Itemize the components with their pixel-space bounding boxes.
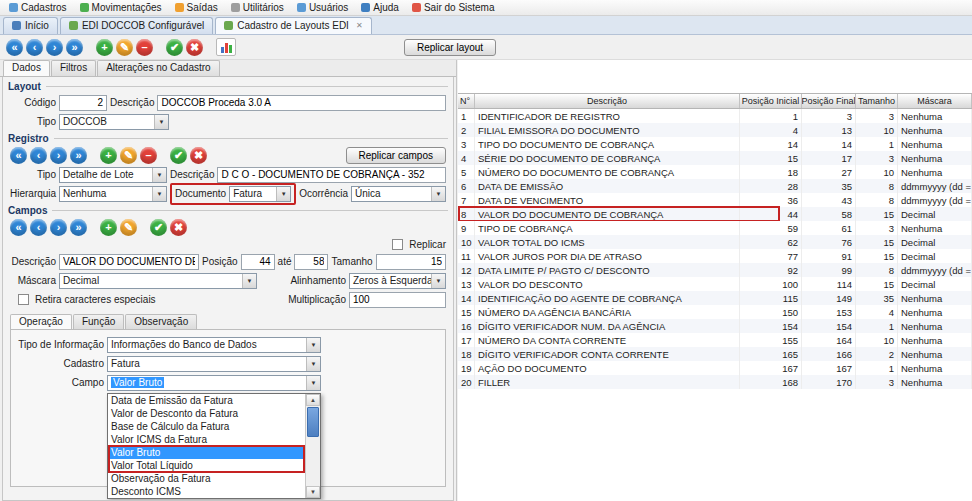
dropdown-option-data-de-emissao-da-fatura[interactable]: Data de Emissão da Fatura <box>108 394 305 407</box>
column-header-mascara[interactable]: Máscara <box>898 94 972 108</box>
registro-tipo-combo[interactable]: Detalhe de Lote ▼ <box>59 167 167 183</box>
scroll-up-icon[interactable]: ▲ <box>306 394 320 406</box>
last-button[interactable]: » <box>66 39 83 56</box>
delete-button[interactable]: – <box>136 39 153 56</box>
dropdown-option-valor-total-liquido[interactable]: Valor Total Líquido <box>108 459 305 472</box>
replicar-campos-button[interactable]: Replicar campos <box>346 147 446 164</box>
dropdown-scrollbar[interactable]: ▲ ▼ <box>305 394 320 498</box>
campo-combo[interactable]: Valor Bruto ▼ <box>107 375 321 391</box>
tab-inicio[interactable]: Início <box>3 17 58 34</box>
add-button[interactable]: + <box>100 147 117 164</box>
cancel-button[interactable]: ✖ <box>170 219 187 236</box>
operacao-tab-funcao[interactable]: Função <box>73 314 124 329</box>
first-button[interactable]: « <box>6 39 23 56</box>
table-row[interactable]: 19AÇÃO DO DOCUMENTO1671671Nenhuma <box>458 361 972 375</box>
table-row[interactable]: 18DÍGITO VERIFICADOR CONTA CORRENTE16516… <box>458 347 972 361</box>
close-icon[interactable]: ✕ <box>356 22 363 30</box>
scroll-thumb[interactable] <box>307 407 319 437</box>
dropdown-option-base-de-calculo-da-fatura[interactable]: Base de Cálculo da Fatura <box>108 420 305 433</box>
column-header-posicao-final[interactable]: Posição Final <box>802 94 856 108</box>
table-row[interactable]: 7DATA DE VENCIMENTO36438ddmmyyyy (dd = <box>458 193 972 207</box>
table-row[interactable]: 10VALOR TOTAL DO ICMS627615Decimal <box>458 235 972 249</box>
table-row[interactable]: 8VALOR DO DOCUMENTO DE COBRANÇA445815Dec… <box>458 207 972 221</box>
table-row[interactable]: 5NÚMERO DO DOCUMENTO DE COBRANÇA182710Ne… <box>458 165 972 179</box>
menu-item-sair-do-sistema[interactable]: Sair do Sistema <box>406 1 501 14</box>
mascara-combo[interactable]: Decimal ▼ <box>59 273 257 289</box>
tab-edi-doccob-configuravel[interactable]: EDI DOCCOB Configurável <box>60 17 213 34</box>
table-row[interactable]: 4SÉRIE DO DOCUMENTO DE COBRANÇA15173Nenh… <box>458 151 972 165</box>
menu-item-movimentacoes[interactable]: Movimentações <box>74 1 168 14</box>
first-button[interactable]: « <box>10 219 27 236</box>
section-tab-dados[interactable]: Dados <box>3 60 50 76</box>
add-button[interactable]: + <box>96 39 113 56</box>
previous-button[interactable]: ‹ <box>30 147 47 164</box>
posicao-final-input[interactable] <box>294 254 328 270</box>
menu-item-cadastros[interactable]: Cadastros <box>3 1 73 14</box>
table-row[interactable]: 1IDENTIFICADOR DE REGISTRO133Nenhuma <box>458 109 972 123</box>
last-button[interactable]: » <box>70 219 87 236</box>
replicar-checkbox[interactable] <box>392 239 403 250</box>
table-row[interactable]: 17NÚMERO DA CONTA CORRENTE15516410Nenhum… <box>458 333 972 347</box>
column-header-tamanho[interactable]: Tamanho <box>856 94 898 108</box>
table-row[interactable]: 14IDENTIFICAÇÃO DO AGENTE DE COBRANÇA115… <box>458 291 972 305</box>
layout-tipo-combo[interactable]: DOCCOB ▼ <box>59 114 169 130</box>
menu-item-saidas[interactable]: Saídas <box>169 1 224 14</box>
edit-button[interactable]: ✎ <box>120 219 137 236</box>
table-row[interactable]: 11VALOR JUROS POR DIA DE ATRASO779115Dec… <box>458 249 972 263</box>
retira-caracteres-checkbox[interactable] <box>18 294 29 305</box>
dropdown-option-desconto-icms[interactable]: Desconto ICMS <box>108 485 305 498</box>
tab-cadastro-de-layouts-edi[interactable]: Cadastro de Layouts EDI✕ <box>215 17 371 34</box>
last-button[interactable]: » <box>70 147 87 164</box>
scroll-down-icon[interactable]: ▼ <box>306 486 320 498</box>
delete-button[interactable]: – <box>140 147 157 164</box>
cancel-button[interactable]: ✖ <box>186 39 203 56</box>
cancel-button[interactable]: ✖ <box>190 147 207 164</box>
campo-descricao-input[interactable] <box>59 254 199 270</box>
chart-button[interactable] <box>216 38 236 56</box>
operacao-tab-observacao[interactable]: Observação <box>125 314 197 329</box>
tamanho-input[interactable] <box>376 254 446 270</box>
documento-combo[interactable]: Fatura ▼ <box>229 186 291 202</box>
codigo-input[interactable] <box>59 95 107 111</box>
column-header-n[interactable]: N° <box>458 94 475 108</box>
dropdown-option-valor-bruto[interactable]: Valor Bruto <box>108 446 305 459</box>
edit-button[interactable]: ✎ <box>120 147 137 164</box>
previous-button[interactable]: ‹ <box>30 219 47 236</box>
next-button[interactable]: › <box>46 39 63 56</box>
multiplicacao-input[interactable] <box>349 292 446 308</box>
table-row[interactable]: 15NÚMERO DA AGÊNCIA BANCÁRIA1501534Nenhu… <box>458 305 972 319</box>
layout-descricao-input[interactable] <box>157 95 446 111</box>
edit-button[interactable]: ✎ <box>116 39 133 56</box>
confirm-button[interactable]: ✔ <box>150 219 167 236</box>
next-button[interactable]: › <box>50 219 67 236</box>
first-button[interactable]: « <box>10 147 27 164</box>
ocorrencia-combo[interactable]: Única ▼ <box>351 186 446 202</box>
table-row[interactable]: 9TIPO DE COBRANÇA59613Nenhuma <box>458 221 972 235</box>
section-tab-filtros[interactable]: Filtros <box>51 60 96 76</box>
table-row[interactable]: 20FILLER1681703Nenhuma <box>458 375 972 389</box>
confirm-button[interactable]: ✔ <box>170 147 187 164</box>
replicar-layout-button[interactable]: Replicar layout <box>404 39 496 56</box>
add-button[interactable]: + <box>100 219 117 236</box>
registro-descricao-input[interactable] <box>217 167 446 183</box>
cadastro-combo[interactable]: Fatura ▼ <box>107 356 321 372</box>
dropdown-option-observacao-da-fatura[interactable]: Observação da Fatura <box>108 472 305 485</box>
previous-button[interactable]: ‹ <box>26 39 43 56</box>
dropdown-option-valor-icms-da-fatura[interactable]: Valor ICMS da Fatura <box>108 433 305 446</box>
dropdown-option-valor-de-desconto-da-fatura[interactable]: Valor de Desconto da Fatura <box>108 407 305 420</box>
table-row[interactable]: 12DATA LIMITE P/ PAGTO C/ DESCONTO92998d… <box>458 263 972 277</box>
menu-item-ajuda[interactable]: Ajuda <box>355 1 405 14</box>
table-row[interactable]: 6DATA DE EMISSÃO28358ddmmyyyy (dd = <box>458 179 972 193</box>
confirm-button[interactable]: ✔ <box>166 39 183 56</box>
tipo-informacao-combo[interactable]: Informações do Banco de Dados ▼ <box>107 337 321 353</box>
column-header-posicao-inicial[interactable]: Posição Inicial <box>740 94 802 108</box>
scroll-track[interactable] <box>306 438 320 486</box>
section-tab-alteracoes-no-cadastro[interactable]: Alterações no Cadastro <box>97 60 220 76</box>
table-row[interactable]: 2FILIAL EMISSORA DO DOCUMENTO41310Nenhum… <box>458 123 972 137</box>
posicao-inicial-input[interactable] <box>241 254 275 270</box>
menu-item-usuarios[interactable]: Usuários <box>291 1 354 14</box>
operacao-tab-operacao[interactable]: Operação <box>10 314 72 329</box>
menu-item-utilitarios[interactable]: Utilitários <box>225 1 290 14</box>
table-row[interactable]: 13VALOR DO DESCONTO10011415Decimal <box>458 277 972 291</box>
hierarquia-combo[interactable]: Nenhuma ▼ <box>59 186 167 202</box>
